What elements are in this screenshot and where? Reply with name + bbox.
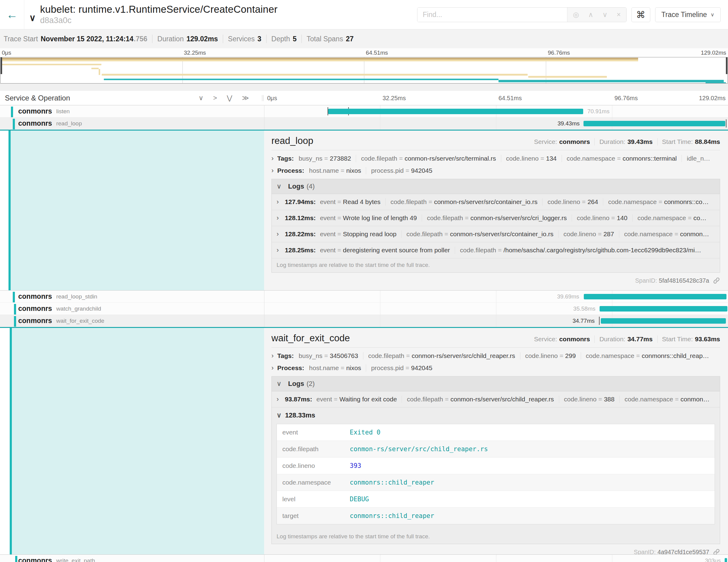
- span-bar[interactable]: [725, 558, 727, 562]
- minimap-canvas[interactable]: [0, 57, 728, 83]
- field-key: code.namespace: [277, 474, 347, 491]
- tag-chip[interactable]: code.namespace=conmonrs::terminal: [562, 155, 682, 162]
- command-icon: ⌘: [636, 9, 645, 20]
- link-icon[interactable]: [713, 548, 720, 554]
- chevron-right-icon[interactable]: ›: [271, 155, 274, 162]
- span-row-watch-grandchild[interactable]: conmonrs watch_grandchild 35.58ms: [0, 303, 728, 315]
- span-tick: [599, 317, 600, 325]
- log-entry[interactable]: › 128.12ms: event=Wrote log line of leng…: [272, 210, 720, 226]
- ruler-tick: 64.51ms: [498, 94, 522, 101]
- collapse-all-icon[interactable]: ⋁: [227, 94, 232, 102]
- span-bar[interactable]: [601, 318, 726, 324]
- span-name-cell[interactable]: conmonrs listen: [0, 105, 264, 117]
- tag-chip[interactable]: code.filepath=conmon-rs/server/src/child…: [363, 352, 520, 359]
- span-name-cell[interactable]: conmonrs read_loop_stdin: [0, 291, 264, 302]
- tag-chip[interactable]: code.lineno=134: [501, 155, 562, 162]
- tag-chip[interactable]: code.lineno=299: [520, 352, 581, 359]
- process-chip[interactable]: host.name=nixos: [306, 167, 366, 174]
- ruler-tick: 96.76ms: [548, 49, 570, 56]
- span-timeline-cell[interactable]: 39.69ms: [264, 291, 728, 302]
- span-row-wait-for-exit-code[interactable]: conmonrs wait_for_exit_code 34.77ms: [0, 315, 728, 327]
- log-field-chip: event=deregistering event source from po…: [317, 247, 455, 254]
- operation-name: write_exit_path: [56, 557, 95, 562]
- span-name-cell[interactable]: conmonrs wait_for_exit_code: [0, 315, 264, 327]
- span-name-cell[interactable]: conmonrs write_exit_path: [0, 555, 264, 562]
- minimap-drag-handle-right[interactable]: [726, 57, 727, 74]
- back-button[interactable]: ←: [0, 0, 24, 29]
- tag-chip[interactable]: busy_ns=34506763: [296, 352, 363, 359]
- trace-id-short: d8a3a0c: [40, 16, 277, 25]
- span-timeline-cell[interactable]: 34.77ms: [264, 315, 728, 327]
- log-entry[interactable]: › 127.94ms: event=Read 4 bytescode.filep…: [272, 194, 720, 210]
- find-input[interactable]: [417, 8, 567, 22]
- tags-section[interactable]: › Tags: busy_ns=273882code.filepath=conm…: [271, 155, 720, 162]
- span-bar[interactable]: [600, 306, 727, 312]
- ruler-tick: 0μs: [267, 94, 277, 101]
- log-entry-expanded[interactable]: ∨ 128.33ms: [272, 407, 720, 422]
- span-name-cell[interactable]: conmonrs watch_grandchild: [0, 303, 264, 315]
- process-chip[interactable]: host.name=nixos: [306, 364, 366, 372]
- logs-note: Log timestamps are relative to the start…: [272, 530, 720, 544]
- ruler-tick: 0μs: [2, 49, 11, 56]
- span-timeline-cell[interactable]: 35.58ms: [264, 303, 728, 315]
- find-target-icon[interactable]: ◎: [573, 11, 579, 19]
- field-key: event: [277, 424, 347, 441]
- chevron-right-icon[interactable]: ›: [271, 167, 274, 175]
- minimap-drag-handle-left[interactable]: [1, 57, 2, 74]
- process-chip[interactable]: process.pid=942045: [366, 364, 437, 372]
- log-entry[interactable]: › 128.22ms: event=Stopping read loopcode…: [272, 226, 720, 242]
- span-timeline-cell[interactable]: 303μs: [264, 555, 728, 562]
- process-section[interactable]: › Process: host.name=nixosprocess.pid=94…: [271, 364, 720, 372]
- find-next-icon[interactable]: ∨: [602, 11, 607, 19]
- trace-collapse-icon[interactable]: ∨: [29, 12, 36, 23]
- process-chip[interactable]: process.pid=942045: [366, 167, 437, 174]
- span-bar[interactable]: [328, 109, 583, 114]
- tag-chip[interactable]: busy_ns=273882: [296, 155, 356, 162]
- tag-chip[interactable]: code.namespace=conmonrs::child_reap…: [581, 352, 714, 359]
- log-field-chip: code.namespace=conmon…: [619, 396, 714, 403]
- process-section[interactable]: › Process: host.name=nixosprocess.pid=94…: [271, 167, 720, 175]
- span-name-cell[interactable]: conmonrs read_loop: [0, 118, 264, 129]
- log-field-chip: code.lineno=264: [542, 198, 603, 206]
- log-field-chip: event=Waiting for exit code: [313, 396, 402, 403]
- detail-highlight-fill: [12, 328, 264, 554]
- span-timeline-cell[interactable]: 70.91ms: [264, 105, 728, 117]
- span-row-read-loop[interactable]: conmonrs read_loop 39.43ms: [0, 118, 728, 130]
- expand-all-icon[interactable]: ≫: [242, 94, 249, 102]
- span-color-accent: [14, 304, 16, 315]
- page-header: ← ∨ kubelet: runtime.v1.RuntimeService/C…: [0, 0, 728, 29]
- detail-meta: Service:conmonrs Duration:39.43ms Start …: [534, 138, 720, 145]
- view-selector-label: Trace Timeline: [662, 11, 707, 19]
- log-field-chip: code.namespace=conmon…: [619, 230, 714, 238]
- chevron-down-icon: ∨: [277, 380, 281, 388]
- tag-chip[interactable]: code.filepath=conmon-rs/server/src/termi…: [356, 155, 501, 162]
- collapse-one-icon[interactable]: ∨: [199, 94, 203, 102]
- span-rows: conmonrs listen 70.91ms conmonrs read_lo…: [0, 105, 728, 562]
- chevron-right-icon[interactable]: ›: [271, 364, 274, 372]
- find-prev-icon[interactable]: ∧: [588, 11, 593, 19]
- find-clear-icon[interactable]: ×: [617, 11, 621, 19]
- span-duration-label: 39.69ms: [557, 293, 579, 300]
- logs-header[interactable]: ∨ Logs (4): [272, 179, 720, 194]
- span-bar[interactable]: [584, 294, 726, 299]
- tags-section[interactable]: › Tags: busy_ns=34506763code.filepath=co…: [271, 352, 720, 360]
- span-duration-label: 303μs: [705, 557, 721, 562]
- keyboard-shortcuts-button[interactable]: ⌘: [631, 7, 650, 22]
- chevron-right-icon: ›: [277, 198, 279, 206]
- span-bar[interactable]: [583, 121, 725, 126]
- span-row-read-loop-stdin[interactable]: conmonrs read_loop_stdin 39.69ms: [0, 291, 728, 303]
- expand-one-icon[interactable]: >: [213, 94, 217, 102]
- logs-header[interactable]: ∨ Logs (2): [272, 376, 720, 391]
- view-selector-button[interactable]: Trace Timeline ∨: [655, 7, 721, 22]
- link-icon[interactable]: [713, 277, 720, 284]
- span-row-listen[interactable]: conmonrs listen 70.91ms: [0, 105, 728, 118]
- log-entry[interactable]: › 93.87ms: event=Waiting for exit codeco…: [272, 391, 720, 407]
- chevron-right-icon[interactable]: ›: [271, 352, 274, 360]
- span-timeline-cell[interactable]: 39.43ms: [264, 118, 728, 129]
- field-value: conmon-rs/server/src/child_reaper.rs: [347, 441, 491, 457]
- tag-chip[interactable]: idle_n…=: [682, 155, 715, 162]
- log-entry[interactable]: › 128.25ms: event=deregistering event so…: [272, 242, 720, 258]
- span-detail-read-loop: read_loop Service:conmonrs Duration:39.4…: [0, 130, 728, 291]
- span-row-write-exit-path[interactable]: conmonrs write_exit_path 303μs: [0, 555, 728, 562]
- column-resizer[interactable]: [262, 95, 264, 101]
